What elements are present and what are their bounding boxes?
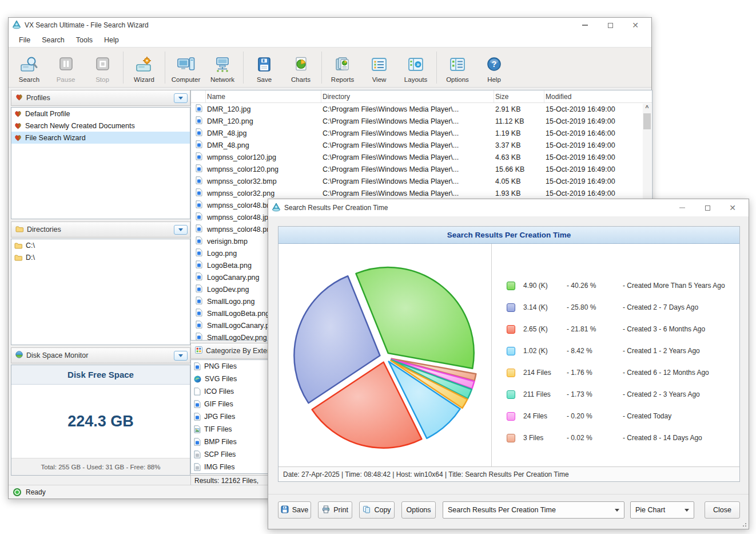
disk-space-summary: Total: 255 GB - Used: 31 GB - Free: 88%: [11, 458, 190, 475]
legend-label: - Created 8 - 14 Days Ago: [623, 434, 702, 442]
list-item[interactable]: Search Newly Created Documents: [11, 120, 190, 132]
profile-icon: [14, 135, 22, 141]
toolbar-separator: [165, 52, 165, 84]
toolbar-button-label: Save: [257, 76, 272, 83]
options-button[interactable]: Options: [401, 501, 436, 519]
legend-swatch: [507, 282, 515, 290]
legend-label: - Created 2 - 7 Days Ago: [623, 303, 698, 311]
scrollbar-thumb[interactable]: [643, 113, 651, 129]
maximize-icon[interactable]: [695, 199, 720, 216]
menu-item-file[interactable]: File: [13, 34, 36, 46]
table-row[interactable]: DMR_120.pngC:\Program Files\Windows Medi…: [191, 115, 652, 127]
list-item[interactable]: Default Profile: [11, 108, 190, 120]
chevron-down-icon: [685, 509, 689, 512]
list-item[interactable]: File Search Wizard: [11, 132, 190, 144]
network-button[interactable]: Network: [204, 50, 241, 85]
wizard-button[interactable]: Wizard: [126, 50, 162, 85]
menu-item-search[interactable]: Search: [36, 34, 70, 46]
status-ready-icon: [13, 488, 21, 496]
disk-free-space-value: 224.3 GB: [11, 385, 190, 458]
file-icon: [196, 116, 202, 124]
toolbar: SearchPauseStopWizardComputerNetworkSave…: [9, 48, 651, 88]
profiles-panel-title: Profiles: [26, 94, 174, 102]
column-header-modified[interactable]: Modified: [544, 90, 652, 102]
legend-value: 4.90 (K): [523, 282, 567, 290]
minimize-icon[interactable]: [572, 18, 598, 33]
scroll-up-icon[interactable]: ^: [643, 104, 651, 112]
computer-button[interactable]: Computer: [168, 50, 204, 85]
column-header-size[interactable]: Size: [494, 90, 544, 102]
file-icon: [196, 296, 202, 304]
file-icon: [196, 248, 202, 256]
column-header-directory[interactable]: Directory: [321, 90, 494, 102]
table-row[interactable]: DMR_48.pngC:\Program Files\Windows Media…: [191, 139, 652, 151]
file-name: DMR_120.jpg: [206, 105, 321, 113]
chart-select-dropdown[interactable]: Search Results Per Creation Time: [443, 501, 624, 519]
file-icon: [196, 140, 202, 148]
stop-button[interactable]: Stop: [84, 50, 121, 85]
dialog-titlebar: Search Results Per Creation Time ✕: [268, 199, 749, 216]
resize-grip[interactable]: [742, 522, 746, 527]
wizard-icon: [134, 56, 154, 75]
view-button[interactable]: View: [361, 50, 397, 85]
toolbar-separator: [123, 52, 124, 84]
file-icon: [196, 212, 202, 220]
file-modified: 15-Oct-2019 16:49:00: [544, 117, 652, 125]
toolbar-button-label: Search: [19, 76, 39, 83]
table-row[interactable]: DMR_48.jpgC:\Program Files\Windows Media…: [191, 127, 652, 139]
chart-card: Search Results Per Creation Time 4.90 (K…: [278, 226, 740, 482]
legend-row: 211 Files- 1.73 %- Created 2 - 3 Years A…: [507, 383, 736, 405]
reports-button[interactable]: Reports: [324, 50, 361, 85]
disk-monitor-panel-header: Disk Space Monitor: [11, 347, 190, 363]
dialog-button-row: Save Print Copy Options Search Results P…: [278, 501, 740, 519]
help-button[interactable]: ?Help: [476, 50, 512, 85]
column-header-name[interactable]: Name: [206, 90, 321, 102]
profile-icon: [14, 110, 22, 117]
file-icon: [196, 152, 202, 160]
table-row[interactable]: wmpnss_color32.pngC:\Program Files\Windo…: [191, 187, 652, 199]
chart-type-dropdown[interactable]: Pie Chart: [630, 501, 694, 519]
options-icon: [448, 56, 467, 75]
file-icon: [196, 272, 202, 280]
print-button[interactable]: Print: [318, 501, 352, 519]
category-label: SCP Files: [204, 450, 236, 458]
maximize-icon[interactable]: [598, 18, 623, 33]
file-name: wmpnss_color120.png: [206, 165, 321, 173]
list-item[interactable]: D:\: [11, 251, 190, 263]
charts-icon: [291, 56, 311, 75]
layouts-button[interactable]: »Layouts: [397, 50, 434, 85]
file-directory: C:\Program Files\Windows Media Player\..…: [321, 105, 494, 113]
table-row[interactable]: DMR_120.jpgC:\Program Files\Windows Medi…: [191, 103, 652, 115]
table-row[interactable]: wmpnss_color120.jpgC:\Program Files\Wind…: [191, 151, 652, 163]
toolbar-button-label: Options: [446, 76, 469, 83]
list-item[interactable]: C:\: [11, 239, 190, 251]
table-row[interactable]: wmpnss_color32.bmpC:\Program Files\Windo…: [191, 175, 652, 187]
menu-item-help[interactable]: Help: [98, 34, 125, 46]
directories-dropdown-button[interactable]: [174, 225, 188, 235]
options-button[interactable]: Options: [439, 50, 476, 85]
legend-label: - Created 6 - 12 Months Ago: [623, 369, 709, 377]
save-button[interactable]: Save: [278, 501, 311, 519]
close-icon[interactable]: ✕: [623, 18, 648, 33]
pause-button[interactable]: Pause: [47, 50, 84, 85]
close-icon[interactable]: ✕: [720, 199, 745, 216]
copy-icon: [363, 505, 371, 515]
help-icon: ?: [484, 56, 504, 75]
legend-percent: - 25.80 %: [567, 303, 623, 311]
search-button[interactable]: Search: [11, 50, 47, 85]
close-button[interactable]: Close: [705, 501, 740, 519]
file-icon: [196, 188, 202, 196]
legend-swatch: [507, 412, 515, 421]
profiles-dropdown-button[interactable]: [174, 93, 188, 103]
copy-button[interactable]: Copy: [359, 501, 395, 519]
file-size: 1.93 KB: [494, 189, 544, 197]
minimize-icon[interactable]: [670, 199, 695, 216]
legend-swatch: [507, 325, 515, 334]
table-row[interactable]: wmpnss_color120.pngC:\Program Files\Wind…: [191, 163, 652, 175]
disk-monitor-dropdown-button[interactable]: [174, 351, 188, 361]
menu-item-tools[interactable]: Tools: [70, 34, 98, 46]
save-button[interactable]: Save: [246, 50, 282, 85]
charts-button[interactable]: Charts: [282, 50, 319, 85]
legend-percent: - 1.76 %: [567, 369, 623, 377]
file-icon: [196, 260, 202, 268]
